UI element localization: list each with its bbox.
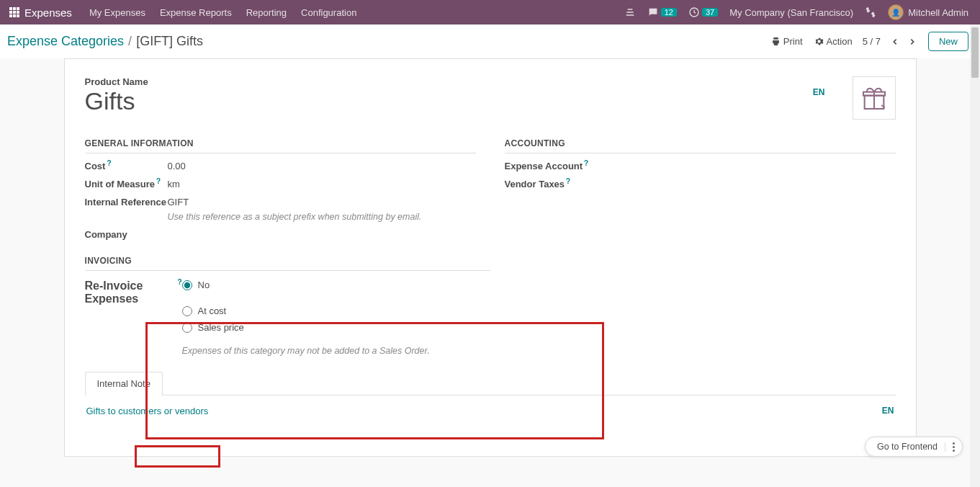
cost-value[interactable]: 0.00 (168, 161, 476, 171)
top-navbar: Expenses My Expenses Expense Reports Rep… (0, 0, 980, 24)
expense-account-label: Expense Account? (505, 161, 598, 171)
breadcrumb-root[interactable]: Expense Categories (7, 34, 124, 49)
ref-value[interactable]: GIFT (168, 197, 476, 207)
breadcrumb-current: [GIFT] Gifts (136, 34, 203, 49)
help-icon[interactable]: ? (177, 278, 181, 286)
svg-rect-8 (17, 14, 19, 17)
title-label: Product Name (85, 76, 813, 87)
ref-label: Internal Reference (85, 197, 168, 207)
nav-expense-reports[interactable]: Expense Reports (153, 7, 239, 18)
product-name[interactable]: Gifts (85, 89, 135, 113)
activities-button[interactable]: 37 (683, 6, 724, 18)
svg-rect-0 (9, 7, 12, 10)
accounting-group: ACCOUNTING Expense Account? Vendor Taxes… (505, 138, 896, 247)
invoicing-group: INVOICING Re-Invoice Expenses? No At cos… (85, 256, 490, 356)
tab-internal-note[interactable]: Internal Note (85, 372, 163, 396)
uom-value[interactable]: km (168, 179, 476, 189)
highlight-internal-note-tab (135, 445, 220, 468)
company-label: Company (85, 229, 168, 240)
pager-text[interactable]: 5 / 7 (863, 36, 881, 47)
company-switcher[interactable]: My Company (San Francisco) (724, 7, 859, 18)
more-icon[interactable] (945, 442, 955, 452)
uom-label: Unit of Measure? (85, 179, 168, 189)
apps-icon[interactable] (9, 6, 20, 18)
new-button[interactable]: New (928, 32, 968, 51)
invoicing-heading: INVOICING (85, 256, 490, 271)
general-info-group: GENERAL INFORMATION Cost? 0.00 Unit of M… (85, 138, 476, 247)
help-icon[interactable]: ? (107, 159, 111, 167)
nav-my-expenses[interactable]: My Expenses (82, 7, 153, 18)
svg-rect-2 (17, 7, 19, 10)
scrollbar-thumb[interactable] (971, 27, 979, 78)
print-button[interactable]: Print (767, 33, 807, 50)
print-icon (771, 37, 781, 46)
svg-rect-6 (9, 14, 12, 17)
go-to-frontend-button[interactable]: Go to Frontend (865, 437, 963, 457)
help-icon[interactable]: ? (156, 177, 161, 185)
svg-rect-1 (13, 7, 16, 10)
gear-icon (814, 37, 824, 46)
activities-badge: 37 (702, 8, 718, 17)
notebook-tabs: Internal Note (85, 372, 896, 396)
radio-sales-price[interactable]: Sales price (182, 322, 490, 333)
reinvoice-label: Re-Invoice Expenses? (85, 280, 182, 305)
internal-note-area[interactable]: Gifts to customers or vendors EN (85, 396, 896, 439)
control-panel: Expense Categories / [GIFT] Gifts Print … (0, 24, 980, 58)
vertical-scrollbar[interactable] (970, 24, 980, 487)
product-image[interactable] (853, 76, 896, 120)
breadcrumb-separator: / (128, 34, 132, 49)
svg-rect-4 (13, 11, 16, 14)
internal-note-text[interactable]: Gifts to customers or vendors (86, 406, 882, 429)
gift-icon (860, 84, 889, 112)
nav-reporting[interactable]: Reporting (239, 7, 294, 18)
svg-rect-5 (17, 11, 19, 14)
messages-badge: 12 (661, 8, 677, 17)
note-lang-badge[interactable]: EN (882, 406, 894, 429)
svg-rect-3 (9, 11, 12, 14)
pager-next[interactable] (904, 33, 921, 50)
nav-brand[interactable]: Expenses (24, 6, 72, 19)
radio-no[interactable]: No (182, 280, 210, 290)
radio-no-input[interactable] (182, 280, 192, 290)
invoicing-hint: Expenses of this category may not be add… (182, 346, 490, 356)
general-info-heading: GENERAL INFORMATION (85, 138, 476, 153)
form-sheet: Product Name Gifts EN GENERAL INFORMATIO… (64, 58, 917, 457)
radio-at-cost[interactable]: At cost (182, 305, 490, 316)
vendor-taxes-label: Vendor Taxes? (505, 179, 598, 189)
help-icon[interactable]: ? (566, 177, 570, 185)
action-button[interactable]: Action (810, 33, 857, 50)
pager-prev[interactable] (886, 33, 904, 50)
user-name: Mitchell Admin (908, 7, 968, 18)
user-menu[interactable]: 👤 Mitchell Admin (882, 4, 974, 20)
nav-configuration[interactable]: Configuration (294, 7, 364, 18)
radio-sales-price-input[interactable] (182, 323, 192, 333)
debug-icon[interactable] (859, 6, 882, 18)
radio-at-cost-input[interactable] (182, 306, 192, 316)
ref-hint: Use this reference as a subject prefix w… (168, 212, 422, 222)
form-scroll[interactable]: Product Name Gifts EN GENERAL INFORMATIO… (0, 58, 980, 487)
help-icon[interactable]: ? (584, 159, 588, 167)
messages-button[interactable]: 12 (642, 6, 683, 18)
cost-label: Cost? (85, 161, 168, 171)
avatar-icon: 👤 (888, 4, 904, 20)
svg-rect-7 (13, 14, 16, 17)
accounting-heading: ACCOUNTING (505, 138, 896, 153)
lang-badge[interactable]: EN (813, 87, 825, 97)
shortcuts-icon[interactable] (619, 6, 642, 18)
